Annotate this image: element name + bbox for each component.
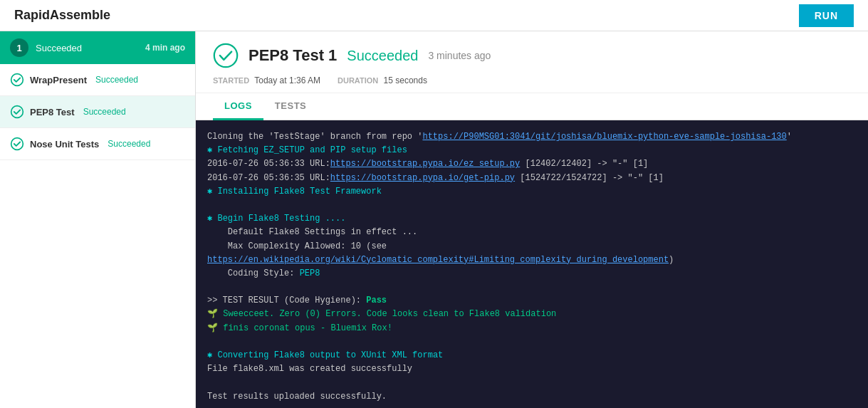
stage-header: 1 Succeeded 4 min ago — [0, 31, 195, 64]
log-blank-4 — [207, 376, 857, 389]
title-row: PEP8 Test 1 Succeeded 3 minutes ago — [213, 43, 851, 68]
log-blank-1 — [207, 199, 857, 212]
tab-tests[interactable]: TESTS — [263, 93, 318, 120]
started-value: Today at 1:36 AM — [254, 75, 320, 85]
run-button[interactable]: RUN — [799, 4, 854, 27]
sidebar-item-status-wrap-present: Succeeded — [95, 75, 138, 85]
log-blank-2 — [207, 281, 857, 294]
log-line-15: Test results uploaded successfully. — [207, 390, 857, 404]
content-status: Succeeded — [347, 48, 418, 64]
content-time: 3 minutes ago — [428, 50, 491, 61]
log-line-9: Coding Style: PEP8 — [207, 267, 857, 281]
duration-value: 15 seconds — [384, 75, 427, 85]
stage-time: 4 min ago — [145, 43, 185, 53]
sidebar: 1 Succeeded 4 min ago WrapPresent Succee… — [0, 31, 196, 408]
log-blank-5 — [207, 404, 857, 408]
svg-point-2 — [11, 138, 23, 150]
app-header: RapidAssemble RUN — [0, 0, 868, 31]
stage-number: 1 — [10, 38, 28, 57]
content-header: PEP8 Test 1 Succeeded 3 minutes ago STAR… — [196, 31, 868, 93]
sidebar-item-label-nose: Nose Unit Tests — [30, 139, 99, 150]
log-line-8: Max Complexity Allowed: 10 (see https://… — [207, 240, 857, 267]
duration-meta: DURATION 15 seconds — [338, 75, 427, 85]
sidebar-item-status-pep8: Succeeded — [83, 107, 126, 117]
svg-point-1 — [11, 106, 23, 118]
log-line-4: 2016-07-26 05:36:35 URL:https://bootstra… — [207, 172, 857, 185]
app-title: RapidAssemble — [14, 8, 110, 23]
sidebar-item-nose-unit-tests[interactable]: Nose Unit Tests Succeeded — [0, 128, 195, 160]
tab-bar: LOGS TESTS — [196, 93, 868, 120]
started-label: STARTED — [213, 76, 249, 85]
log-line-7: Default Flake8 Settings in effect ... — [207, 226, 857, 239]
sidebar-item-label-pep8: PEP8 Test — [30, 107, 75, 117]
content-title: PEP8 Test 1 — [249, 46, 337, 65]
log-link-cyclomatic[interactable]: https://en.wikipedia.org/wiki/Cyclomatic… — [207, 255, 669, 265]
check-icon-nose — [10, 137, 24, 151]
content-area: PEP8 Test 1 Succeeded 3 minutes ago STAR… — [196, 31, 868, 408]
log-line-12: 🌱 finis coronat opus - Bluemix Rox! — [207, 322, 857, 335]
log-line-1: Cloning the 'TestStage' branch from repo… — [207, 130, 857, 144]
svg-point-3 — [214, 44, 237, 67]
sidebar-item-pep8-test[interactable]: PEP8 Test Succeeded — [0, 96, 195, 128]
log-line-13: ✱ Converting Flake8 output to XUnit XML … — [207, 349, 857, 362]
check-icon — [10, 73, 24, 87]
log-link-ez-setup[interactable]: https://bootstrap.pypa.io/ez_setup.py — [330, 159, 520, 169]
sidebar-item-wrap-present[interactable]: WrapPresent Succeeded — [0, 64, 195, 96]
tab-logs[interactable]: LOGS — [213, 93, 263, 120]
log-line-3: 2016-07-26 05:36:33 URL:https://bootstra… — [207, 157, 857, 171]
stage-status: Succeeded — [36, 43, 82, 53]
big-check-icon — [213, 43, 239, 68]
log-link-get-pip[interactable]: https://bootstrap.pypa.io/get-pip.py — [330, 173, 515, 183]
log-line-14: File flake8.xml was created successfully — [207, 362, 857, 376]
log-output: Cloning the 'TestStage' branch from repo… — [196, 120, 868, 408]
duration-label: DURATION — [338, 76, 378, 85]
started-meta: STARTED Today at 1:36 AM — [213, 75, 320, 85]
content-meta: STARTED Today at 1:36 AM DURATION 15 sec… — [213, 75, 851, 85]
svg-point-0 — [11, 74, 23, 86]
sidebar-item-label-wrap-present: WrapPresent — [30, 75, 87, 85]
sidebar-item-status-nose: Succeeded — [108, 139, 150, 149]
main-layout: 1 Succeeded 4 min ago WrapPresent Succee… — [0, 31, 868, 408]
log-link-repo[interactable]: https://P90MSG01:3041/git/joshisa/bluemi… — [422, 132, 786, 142]
log-line-11: 🌱 Sweecceet. Zero (0) Errors. Code looks… — [207, 308, 857, 321]
log-line-6: ✱ Begin Flake8 Testing .... — [207, 212, 857, 226]
log-line-10: >> TEST RESULT (Code Hygiene): Pass — [207, 294, 857, 308]
log-blank-3 — [207, 335, 857, 349]
log-line-2: ✱ Fetching EZ_SETUP and PIP setup files — [207, 144, 857, 157]
log-line-5: ✱ Installing Flake8 Test Framework — [207, 185, 857, 199]
check-icon-pep8 — [10, 105, 24, 119]
